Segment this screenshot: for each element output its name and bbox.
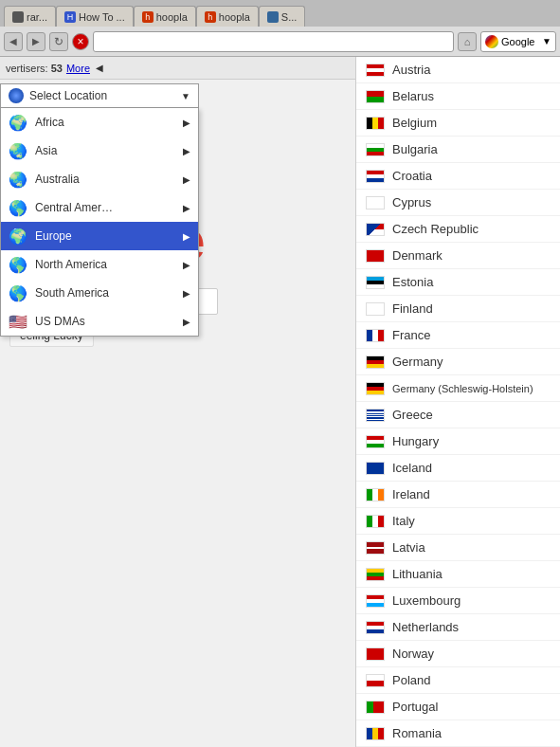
country-item-poland[interactable]: Poland (356, 667, 560, 694)
advertisers-label: vertisers: 53 (6, 63, 63, 74)
dropdown-menu: 🌍 Africa ▶ 🌏 Asia ▶ 🌏 Australia ▶ (0, 108, 199, 337)
tab-3[interactable]: h hoopla (134, 6, 196, 27)
tab-1[interactable]: rar... (4, 6, 56, 27)
flag-finland (366, 302, 385, 316)
flag-lithuania (366, 568, 385, 581)
asia-arrow: ▶ (183, 146, 190, 156)
country-item-portugal[interactable]: Portugal (356, 694, 560, 720)
country-item-czech-republic[interactable]: Czech Republic (356, 216, 560, 243)
flag-greece (366, 409, 385, 422)
menu-item-central-america[interactable]: 🌎 Central Amer… ▶ (1, 193, 198, 222)
search-bar[interactable]: Google ▼ (480, 31, 556, 52)
country-item-ireland[interactable]: Ireland (356, 482, 560, 508)
country-name-norway: Norway (392, 647, 434, 661)
country-item-belarus[interactable]: Belarus (356, 83, 560, 110)
country-item-cyprus[interactable]: Cyprus (356, 190, 560, 216)
menu-item-europe[interactable]: 🌍 Europe ▶ (1, 222, 198, 250)
country-item-finland[interactable]: Finland (356, 296, 560, 322)
us-dmas-arrow: ▶ (183, 317, 190, 327)
flag-germany (366, 355, 385, 369)
country-item-france[interactable]: France (356, 322, 560, 349)
central-america-label: Central Amer… (35, 201, 113, 214)
north-america-label: North America (35, 258, 107, 271)
advertisers-bar: vertisers: 53 More ◀ (0, 57, 355, 80)
forward-button[interactable]: ▶ (27, 32, 45, 51)
menu-item-africa[interactable]: 🌍 Africa ▶ (1, 108, 198, 137)
country-item-denmark[interactable]: Denmark (356, 243, 560, 269)
country-name-netherlands: Netherlands (392, 620, 459, 634)
flag-romania (366, 727, 385, 740)
country-name-czech-republic: Czech Republic (392, 222, 479, 236)
australia-arrow: ▶ (183, 174, 190, 185)
country-item-bulgaria[interactable]: Bulgaria (356, 137, 560, 163)
country-name-croatia: Croatia (392, 169, 432, 183)
country-item-croatia[interactable]: Croatia (356, 163, 560, 190)
menu-item-south-america[interactable]: 🌎 South America ▶ (1, 279, 198, 307)
dropdown-arrow: ▼ (181, 91, 190, 101)
flag-ireland (366, 488, 385, 501)
country-item-hungary[interactable]: Hungary (356, 428, 560, 455)
south-america-icon: 🌎 (9, 283, 27, 302)
flag-croatia (366, 170, 385, 183)
flag-norway (366, 647, 385, 661)
country-item-luxembourg[interactable]: Luxembourg (356, 588, 560, 614)
refresh-button[interactable]: ↻ (49, 32, 68, 51)
flag-latvia (366, 541, 385, 555)
country-name-latvia: Latvia (392, 540, 425, 555)
asia-icon: 🌏 (9, 141, 27, 160)
country-name-estonia: Estonia (392, 275, 433, 289)
back-button[interactable]: ◀ (4, 32, 23, 51)
europe-arrow: ▶ (183, 231, 190, 242)
flag-germany-sh (366, 382, 385, 395)
country-name-cyprus: Cyprus (392, 195, 431, 210)
country-item-latvia[interactable]: Latvia (356, 535, 560, 561)
menu-item-north-america[interactable]: 🌎 North America ▶ (1, 250, 198, 279)
tab-2[interactable]: H How To ... (56, 6, 134, 27)
country-item-netherlands[interactable]: Netherlands (356, 614, 560, 641)
tab-5[interactable]: S... (259, 6, 306, 27)
country-name-lithuania: Lithuania (392, 567, 443, 581)
browser-content: vertisers: 53 More ◀ Select Location ▼ 🌍… (0, 57, 355, 747)
country-name-france: France (392, 328, 430, 342)
country-item-iceland[interactable]: Iceland (356, 455, 560, 482)
south-america-label: South America (35, 286, 109, 300)
country-item-lithuania[interactable]: Lithuania (356, 561, 560, 588)
country-name-italy: Italy (392, 514, 415, 528)
more-link[interactable]: More (66, 63, 90, 74)
country-item-romania[interactable]: Romania (356, 720, 560, 747)
country-item-austria[interactable]: Austria (356, 57, 560, 83)
tab-bar: rar... H How To ... h hoopla h hoopla S.… (0, 0, 560, 27)
menu-item-asia[interactable]: 🌏 Asia ▶ (1, 137, 198, 165)
toolbar: ◀ ▶ ↻ × ⌂ Google ▼ (0, 27, 560, 57)
stop-button[interactable]: × (72, 33, 89, 50)
australia-label: Australia (35, 173, 80, 186)
north-america-arrow: ▶ (183, 260, 190, 270)
address-bar[interactable] (93, 31, 454, 52)
flag-portugal (366, 701, 385, 714)
central-america-arrow: ▶ (183, 203, 190, 213)
africa-icon: 🌍 (9, 113, 27, 132)
australia-icon: 🌏 (9, 170, 27, 189)
dropdown-header[interactable]: Select Location ▼ (0, 83, 199, 108)
country-item-germany-sh[interactable]: Germany (Schleswig-Holstein) (356, 375, 560, 402)
country-name-hungary: Hungary (392, 434, 439, 448)
country-name-iceland: Iceland (392, 461, 432, 475)
country-item-norway[interactable]: Norway (356, 641, 560, 667)
menu-item-us-dmas[interactable]: 🇺🇸 US DMAs ▶ (1, 307, 198, 336)
country-item-germany[interactable]: Germany (356, 349, 560, 375)
country-name-denmark: Denmark (392, 248, 443, 263)
tab-4[interactable]: h hoopla (196, 6, 259, 27)
collapse-button[interactable]: ◀ (96, 63, 103, 73)
country-item-greece[interactable]: Greece (356, 402, 560, 428)
country-item-italy[interactable]: Italy (356, 508, 560, 535)
country-item-estonia[interactable]: Estonia (356, 269, 560, 296)
home-button[interactable]: ⌂ (458, 32, 477, 51)
country-name-austria: Austria (392, 63, 430, 77)
us-dmas-icon: 🇺🇸 (9, 312, 27, 331)
menu-item-australia[interactable]: 🌏 Australia ▶ (1, 165, 198, 193)
flag-iceland (366, 462, 385, 475)
content-area: vertisers: 53 More ◀ Select Location ▼ 🌍… (0, 57, 560, 747)
country-panel: AustriaBelarusBelgiumBulgariaCroatiaCypr… (355, 57, 560, 747)
country-item-belgium[interactable]: Belgium (356, 110, 560, 137)
flag-czech-republic (366, 223, 385, 236)
